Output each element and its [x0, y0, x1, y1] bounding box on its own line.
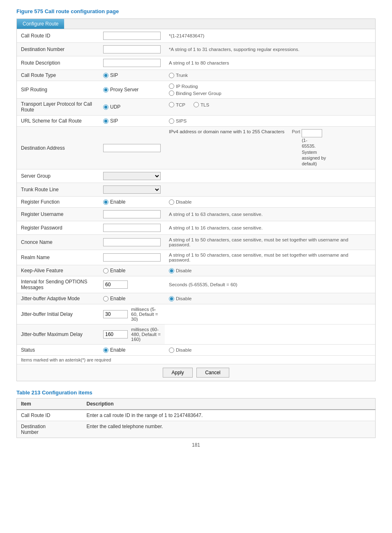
register-password-input[interactable]	[103, 224, 161, 232]
radio-keep-alive-enable[interactable]	[103, 268, 108, 273]
radio-url-sip[interactable]	[103, 118, 108, 124]
radio-label-register-disable[interactable]: Disable	[169, 199, 371, 205]
table-cell-description: Enter a call route ID in the range of 1 …	[83, 410, 376, 421]
destination-address-input[interactable]	[103, 144, 161, 152]
radio-label-proxy-server[interactable]: Proxy Server	[103, 87, 161, 93]
table-row: Cnonce Name A string of 1 to 50 characte…	[17, 235, 375, 250]
table-row: Jitter-buffer Adaptive Mode Enable Disab…	[17, 293, 375, 304]
call-route-type-trunk-cell: Trunk	[165, 70, 375, 81]
table-row: Call Route ID *(1-2147483647)	[17, 29, 375, 43]
radio-url-sips[interactable]	[169, 118, 174, 124]
page-number: 181	[16, 442, 376, 448]
field-label-call-route-id: Call Route ID	[17, 29, 99, 43]
destination-address-info: IPv4 address or domain name with 1 to 25…	[169, 129, 371, 167]
table-title: Table 213 Configuration items	[16, 389, 376, 396]
destination-number-input[interactable]	[103, 45, 161, 53]
sip-routing-proxy-cell: Proxy Server	[99, 81, 165, 99]
port-group: Port (1-65535.Systemassigned bydefault)	[292, 129, 326, 167]
table-cell-item: Destination Number	[17, 421, 83, 438]
field-label-cnonce-name: Cnonce Name	[17, 235, 99, 250]
radio-label-udp[interactable]: UDP	[103, 104, 161, 110]
table-header-row: Item Description	[17, 399, 376, 410]
radio-sip[interactable]	[103, 73, 108, 78]
realm-name-hint: A string of 1 to 50 characters, case sen…	[165, 250, 375, 265]
table-row: Register Function Enable Disable	[17, 197, 375, 208]
interval-options-input[interactable]	[103, 280, 128, 289]
radio-label-jitter-disable[interactable]: Disable	[169, 296, 371, 301]
radio-register-disable[interactable]	[169, 199, 174, 205]
register-username-input-cell	[99, 208, 165, 221]
radio-label-register-enable[interactable]: Enable	[103, 199, 161, 205]
radio-register-enable[interactable]	[103, 199, 108, 205]
radio-label-jitter-enable[interactable]: Enable	[103, 296, 161, 301]
figure-title: Figure 575 Call route configuration page	[16, 8, 376, 14]
table-row: Destination NumberEnter the called telep…	[17, 421, 376, 438]
call-route-id-hint: *(1-2147483647)	[165, 29, 375, 43]
apply-button[interactable]: Apply	[163, 368, 192, 378]
radio-ip-routing[interactable]	[169, 83, 174, 89]
table-row: Jitter-buffer Initial Delay millisecs (5…	[17, 304, 375, 324]
route-description-input[interactable]	[103, 59, 161, 67]
radio-label-trunk[interactable]: Trunk	[169, 73, 371, 78]
radio-label-url-sip[interactable]: SIP	[103, 118, 161, 124]
radio-label-tls[interactable]: TLS	[194, 102, 209, 107]
jitter-initial-input[interactable]	[103, 310, 128, 318]
register-function-enable-cell: Enable	[99, 197, 165, 208]
table-row: Interval for Sending OPTIONS Messages Se…	[17, 276, 375, 293]
route-description-hint: A string of 1 to 80 characters	[165, 56, 375, 70]
radio-tcp[interactable]	[169, 102, 174, 107]
radio-status-enable[interactable]	[103, 348, 108, 353]
field-label-destination-number: Destination Number	[17, 43, 99, 56]
radio-keep-alive-disable[interactable]	[169, 268, 174, 273]
table-row: Destination Number *A string of 1 to 31 …	[17, 43, 375, 56]
server-group-select[interactable]	[103, 172, 161, 180]
call-route-id-input[interactable]	[103, 32, 161, 40]
configure-route-tab[interactable]: Configure Route	[17, 19, 64, 29]
radio-proxy-server[interactable]	[103, 87, 108, 93]
table-row: Trunk Route Line	[17, 183, 375, 197]
radio-label-binding-server[interactable]: Binding Server Group	[169, 90, 371, 96]
radio-binding-server[interactable]	[169, 90, 174, 96]
table-row: URL Scheme for Call Route SIP SIPS	[17, 116, 375, 127]
cancel-button[interactable]: Cancel	[196, 368, 229, 378]
interval-options-hint: Seconds (5-65535, Default = 60)	[165, 276, 375, 293]
transport-udp-cell: UDP	[99, 99, 165, 116]
table-row: Realm Name A string of 1 to 50 character…	[17, 250, 375, 265]
url-scheme-sips-cell: SIPS	[165, 116, 375, 127]
radio-label-status-disable[interactable]: Disable	[169, 348, 371, 353]
radio-status-disable[interactable]	[169, 348, 174, 353]
destination-address-input-cell	[99, 127, 165, 169]
url-scheme-sip-cell: SIP	[99, 116, 165, 127]
radio-label-keep-alive-enable[interactable]: Enable	[103, 268, 161, 273]
radio-label-keep-alive-disable[interactable]: Disable	[169, 268, 371, 273]
field-label-jitter-adaptive: Jitter-buffer Adaptive Mode	[17, 293, 99, 304]
field-label-route-description: Route Description	[17, 56, 99, 70]
trunk-route-line-select[interactable]	[103, 185, 161, 194]
radio-trunk[interactable]	[169, 73, 174, 78]
radio-label-url-sips[interactable]: SIPS	[169, 118, 371, 124]
radio-label-ip-routing[interactable]: IP Routing	[169, 83, 371, 89]
table-row: Keep-Alive Feature Enable Disable	[17, 265, 375, 276]
radio-label-status-enable[interactable]: Enable	[103, 347, 161, 353]
radio-jitter-disable[interactable]	[169, 296, 174, 301]
jitter-initial-input-cell: millisecs (5-60, Default = 30)	[99, 304, 165, 324]
status-disable-cell: Disable	[165, 345, 375, 356]
radio-label-sip[interactable]: SIP	[103, 72, 161, 78]
radio-udp[interactable]	[103, 104, 108, 110]
status-enable-cell: Enable	[99, 345, 165, 356]
radio-label-tcp[interactable]: TCP	[169, 102, 185, 107]
field-label-jitter-initial: Jitter-buffer Initial Delay	[17, 304, 99, 324]
radio-tls[interactable]	[194, 102, 199, 107]
table-row: Server Group	[17, 169, 375, 183]
call-route-type-sip-cell: SIP	[99, 70, 165, 81]
field-label-server-group: Server Group	[17, 169, 99, 183]
radio-jitter-enable[interactable]	[103, 296, 108, 301]
realm-name-input[interactable]	[103, 253, 161, 262]
register-username-input[interactable]	[103, 210, 161, 218]
cnonce-name-input[interactable]	[103, 238, 161, 246]
jitter-maximum-input[interactable]	[103, 330, 128, 338]
server-group-empty	[165, 169, 375, 183]
port-input[interactable]	[302, 129, 322, 137]
field-input-cell-route-description	[99, 56, 165, 70]
trunk-route-line-select-cell	[99, 183, 165, 197]
